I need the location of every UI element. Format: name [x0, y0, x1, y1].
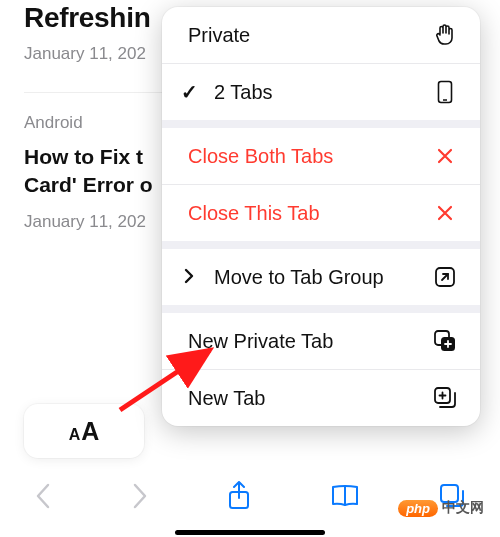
close-icon — [432, 200, 458, 226]
reader-format-button[interactable]: AA — [24, 404, 144, 458]
watermark-badge: php — [398, 500, 438, 517]
menu-label: Private — [188, 24, 250, 47]
menu-label: New Tab — [188, 387, 265, 410]
forward-button[interactable] — [130, 481, 149, 515]
menu-label: Move to Tab Group — [214, 266, 384, 289]
home-indicator — [175, 530, 325, 535]
menu-label: 2 Tabs — [214, 81, 273, 104]
new-tab-icon — [432, 385, 458, 411]
menu-item-new-private-tab[interactable]: New Private Tab — [162, 313, 480, 369]
hand-icon — [432, 22, 458, 48]
close-icon — [432, 143, 458, 169]
checkmark-icon: ✓ — [180, 80, 198, 104]
text-size-icon: AA — [69, 417, 100, 446]
menu-item-close-both[interactable]: Close Both Tabs — [162, 128, 480, 184]
tab-context-menu: Private ✓ 2 Tabs Close Both Tabs Close T… — [162, 7, 480, 426]
bookmarks-button[interactable] — [329, 483, 361, 513]
watermark: php 中文网 — [398, 499, 484, 517]
menu-label: New Private Tab — [188, 330, 333, 353]
menu-label: Close Both Tabs — [188, 145, 333, 168]
menu-item-tabs[interactable]: ✓ 2 Tabs — [162, 64, 480, 120]
share-button[interactable] — [226, 481, 252, 515]
open-external-icon — [432, 264, 458, 290]
watermark-text: 中文网 — [442, 499, 484, 517]
menu-item-private[interactable]: Private — [162, 7, 480, 63]
menu-item-new-tab[interactable]: New Tab — [162, 370, 480, 426]
menu-item-close-this[interactable]: Close This Tab — [162, 185, 480, 241]
new-private-tab-icon — [432, 328, 458, 354]
menu-item-move-group[interactable]: Move to Tab Group — [162, 249, 480, 305]
back-button[interactable] — [34, 481, 53, 515]
chevron-right-icon — [180, 266, 198, 289]
device-icon — [432, 79, 458, 105]
menu-label: Close This Tab — [188, 202, 320, 225]
